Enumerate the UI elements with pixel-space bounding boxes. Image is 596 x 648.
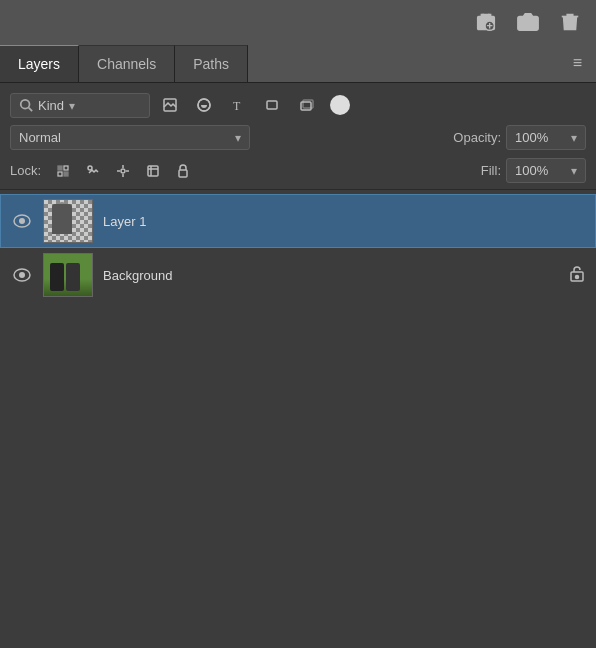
opacity-input[interactable]: 100% <box>506 125 586 150</box>
tab-channels[interactable]: Channels <box>79 45 175 82</box>
filter-shape-icon[interactable] <box>258 91 286 119</box>
panel-menu-button[interactable]: ≡ <box>559 44 596 82</box>
lock-image-pixels-button[interactable] <box>81 159 105 183</box>
svg-point-2 <box>524 19 531 26</box>
svg-point-29 <box>19 272 25 278</box>
filter-smart-icon[interactable] <box>292 91 320 119</box>
fill-value-text: 100% <box>515 163 548 178</box>
filter-image-icon[interactable] <box>156 91 184 119</box>
kind-dropdown[interactable]: Kind <box>10 93 150 118</box>
layer-thumbnail <box>43 199 93 243</box>
delete-layer-button[interactable] <box>556 8 584 36</box>
filter-adjustment-icon[interactable] <box>190 91 218 119</box>
opacity-chevron-icon <box>571 130 577 145</box>
lock-transparent-pixels-button[interactable] <box>51 159 75 183</box>
tab-bar: Layers Channels Paths ≡ <box>0 44 596 83</box>
transparency-checker <box>44 200 92 242</box>
svg-rect-12 <box>58 166 62 170</box>
svg-text:T: T <box>233 99 241 113</box>
kind-chevron-icon <box>69 98 75 113</box>
background-lock-icon[interactable] <box>569 264 585 286</box>
filter-type-icon[interactable]: T <box>224 91 252 119</box>
blend-mode-chevron-icon <box>235 130 241 145</box>
kind-row: Kind T <box>10 91 586 119</box>
layer-item[interactable]: Background <box>0 248 596 302</box>
snapshot-button[interactable] <box>514 8 542 36</box>
fill-group: Fill: 100% <box>481 158 586 183</box>
pass-through-circle <box>330 95 350 115</box>
thumb-body <box>52 204 72 234</box>
blend-mode-dropdown[interactable]: Normal <box>10 125 250 150</box>
bg-person2 <box>66 263 80 291</box>
add-layer-button[interactable] <box>472 8 500 36</box>
opacity-group: Opacity: 100% <box>453 125 586 150</box>
layer-name: Background <box>103 268 559 283</box>
svg-point-17 <box>121 169 125 173</box>
fill-label: Fill: <box>481 163 501 178</box>
visibility-toggle[interactable] <box>11 210 33 232</box>
layer-controls: Kind T <box>0 83 596 190</box>
filter-circle-icon[interactable] <box>326 91 354 119</box>
lock-artboard-button[interactable] <box>141 159 165 183</box>
svg-rect-22 <box>148 166 158 176</box>
kind-label: Kind <box>38 98 64 113</box>
layers-list: Layer 1 Background <box>0 190 596 648</box>
svg-rect-15 <box>64 172 68 176</box>
bg-person1 <box>50 263 64 291</box>
visibility-toggle[interactable] <box>11 264 33 286</box>
svg-point-27 <box>19 218 25 224</box>
svg-line-4 <box>29 108 33 112</box>
bg-thumb-image <box>44 254 92 296</box>
svg-point-16 <box>88 166 92 170</box>
svg-rect-14 <box>58 172 62 176</box>
layer-item[interactable]: Layer 1 <box>0 194 596 248</box>
tab-paths[interactable]: Paths <box>175 45 248 82</box>
svg-rect-25 <box>179 170 187 177</box>
opacity-value-text: 100% <box>515 130 548 145</box>
search-icon <box>19 98 33 112</box>
blend-mode-value: Normal <box>19 130 61 145</box>
fill-input[interactable]: 100% <box>506 158 586 183</box>
lock-row: Lock: <box>10 156 586 185</box>
lock-all-button[interactable] <box>171 159 195 183</box>
lock-position-button[interactable] <box>111 159 135 183</box>
layer-thumbnail <box>43 253 93 297</box>
svg-point-31 <box>576 276 579 279</box>
fill-chevron-icon <box>571 163 577 178</box>
lock-label: Lock: <box>10 163 41 178</box>
top-toolbar <box>0 0 596 44</box>
layer-name: Layer 1 <box>103 214 585 229</box>
svg-rect-13 <box>64 166 68 170</box>
tab-layers[interactable]: Layers <box>0 45 79 82</box>
opacity-label: Opacity: <box>453 130 501 145</box>
layers-panel: Layers Channels Paths ≡ Kind <box>0 0 596 648</box>
blend-opacity-row: Normal Opacity: 100% <box>10 125 586 150</box>
svg-rect-9 <box>267 101 277 109</box>
svg-point-3 <box>21 100 30 109</box>
